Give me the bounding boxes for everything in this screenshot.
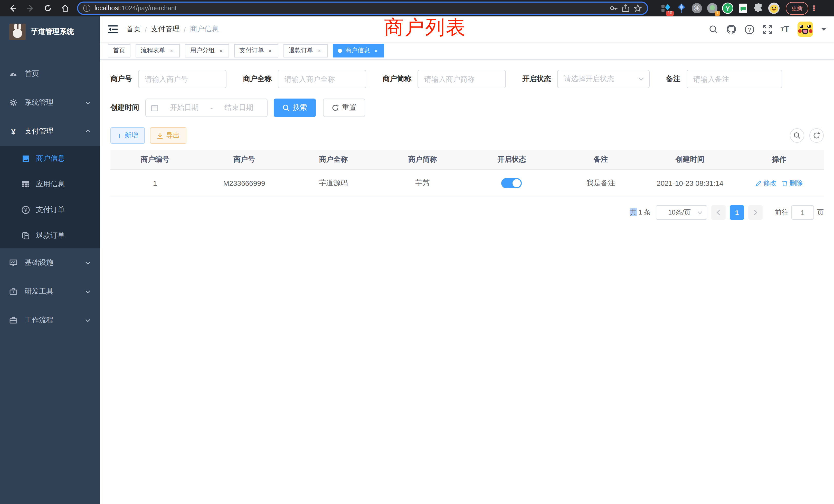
toolbox-icon xyxy=(9,288,18,296)
address-bar[interactable]: i localhost:1024/pay/merchant xyxy=(77,2,648,15)
full-name-input[interactable] xyxy=(278,70,366,88)
sidebar-item-pay[interactable]: ¥ 支付管理 xyxy=(0,117,100,146)
table-row: 1 M233666999 芋道源码 芋艿 我是备注 2021-10-23 08:… xyxy=(110,170,824,197)
tab-refund-order[interactable]: 退款订单× xyxy=(284,44,328,57)
extension-command-icon[interactable]: ⌘ xyxy=(690,2,704,15)
sidebar-item-home[interactable]: 首页 xyxy=(0,60,100,88)
sidebar: 芋道管理系统 首页 系统管理 ¥ 支付管 xyxy=(0,17,100,504)
profile-avatar-icon[interactable] xyxy=(767,2,781,15)
merchant-no-input[interactable] xyxy=(138,70,226,88)
sidebar-item-refund-order[interactable]: 退款订单 xyxy=(0,223,100,248)
share-icon[interactable] xyxy=(622,4,630,12)
browser-update-button[interactable]: 更新 xyxy=(786,2,808,15)
next-page-button[interactable] xyxy=(748,205,763,220)
yen-circle-icon: ¥ xyxy=(22,206,30,214)
extension-kite-icon[interactable] xyxy=(675,2,688,15)
full-name-label: 商户全称 xyxy=(243,74,272,84)
browser-back-icon[interactable] xyxy=(5,2,21,15)
bookmark-star-icon[interactable] xyxy=(634,4,642,12)
download-icon xyxy=(157,132,163,139)
app-logo[interactable]: 芋道管理系统 xyxy=(0,17,100,47)
password-key-icon[interactable] xyxy=(610,4,618,12)
search-button[interactable]: 搜索 xyxy=(274,98,316,117)
tab-process-form[interactable]: 流程表单× xyxy=(136,44,180,57)
toggle-search-button[interactable] xyxy=(790,128,804,143)
browser-forward-icon[interactable] xyxy=(23,2,38,15)
cell-merchant-no: M233666999 xyxy=(199,170,289,197)
sidebar-item-app-info[interactable]: 应用信息 xyxy=(0,171,100,197)
user-avatar[interactable] xyxy=(797,22,813,37)
tab-pay-order[interactable]: 支付订单× xyxy=(234,44,278,57)
reset-button[interactable]: 重置 xyxy=(323,98,365,117)
sidebar-item-system[interactable]: 系统管理 xyxy=(0,88,100,117)
goto-page-input[interactable] xyxy=(791,205,814,220)
delete-link[interactable]: 删除 xyxy=(782,179,803,188)
breadcrumb-pay[interactable]: 支付管理 xyxy=(151,25,180,34)
shop-icon xyxy=(22,155,30,163)
status-select[interactable]: 请选择开启状态 xyxy=(557,70,650,88)
documents-icon xyxy=(22,231,30,240)
help-icon[interactable]: ? xyxy=(745,24,754,34)
font-size-icon[interactable]: TT xyxy=(781,24,789,35)
github-icon[interactable] xyxy=(726,24,737,35)
chevron-down-icon xyxy=(85,317,91,323)
close-icon[interactable]: × xyxy=(316,47,323,54)
cell-short-name: 芋艿 xyxy=(378,170,467,197)
tab-home[interactable]: 首页 xyxy=(108,44,130,57)
refresh-table-button[interactable] xyxy=(809,128,824,143)
tab-merchant-info[interactable]: 商户信息× xyxy=(333,44,384,57)
browser-home-icon[interactable] xyxy=(58,2,73,15)
extensions-puzzle-icon[interactable] xyxy=(752,2,765,15)
svg-text:⌘: ⌘ xyxy=(694,4,700,12)
logo-avatar xyxy=(9,24,26,40)
avatar-caret-icon[interactable] xyxy=(821,27,826,31)
export-button[interactable]: 导出 xyxy=(150,127,186,144)
sidebar-fold-icon[interactable] xyxy=(108,25,118,34)
sidebar-item-infra[interactable]: 基础设施 xyxy=(0,248,100,277)
sidebar-item-pay-order[interactable]: ¥ 支付订单 xyxy=(0,197,100,223)
search-icon xyxy=(282,104,290,111)
browser-reload-icon[interactable] xyxy=(40,2,56,15)
close-icon[interactable]: × xyxy=(169,47,175,54)
header-search-icon[interactable] xyxy=(709,25,718,34)
create-time-label: 创建时间 xyxy=(110,103,139,112)
trash-icon xyxy=(782,180,788,186)
merchant-no-label: 商户号 xyxy=(110,74,132,84)
breadcrumb-current: 商户信息 xyxy=(190,25,219,34)
status-toggle[interactable] xyxy=(502,178,522,188)
close-icon[interactable]: × xyxy=(267,47,273,54)
page-size-select[interactable]: 10条/页 xyxy=(656,205,707,220)
remark-input[interactable] xyxy=(687,70,782,88)
short-name-input[interactable] xyxy=(418,70,506,88)
cell-remark: 我是备注 xyxy=(556,170,645,197)
sidebar-item-workflow[interactable]: 工作流程 xyxy=(0,306,100,335)
browser-toolbar: i localhost:1024/pay/merchant 10 ⌘ 1 xyxy=(0,0,834,17)
extension-chat-icon[interactable] xyxy=(737,2,750,15)
tab-user-group[interactable]: 用户分组× xyxy=(185,44,229,57)
fullscreen-icon[interactable] xyxy=(763,24,772,34)
breadcrumb-home[interactable]: 首页 xyxy=(126,25,141,34)
dashboard-icon xyxy=(9,70,18,78)
edit-link[interactable]: 修改 xyxy=(755,179,776,188)
annotation-text: 商户列表 xyxy=(384,14,466,41)
sidebar-item-devtools[interactable]: 研发工具 xyxy=(0,277,100,306)
close-icon[interactable]: × xyxy=(373,47,379,54)
extension-y-icon[interactable]: Y xyxy=(721,2,734,15)
plus-icon: + xyxy=(117,132,122,139)
status-label: 开启状态 xyxy=(522,74,551,84)
site-info-icon[interactable]: i xyxy=(83,5,90,12)
date-range-picker[interactable]: 开始日期 - 结束日期 xyxy=(145,98,267,117)
extension-diamond-icon[interactable]: 10 xyxy=(659,2,673,15)
browser-menu-icon[interactable]: ••• xyxy=(810,5,817,11)
prev-page-button[interactable] xyxy=(711,205,726,220)
close-icon[interactable]: × xyxy=(218,47,224,54)
extension-dot-icon[interactable]: 1 xyxy=(706,2,719,15)
edit-pencil-icon xyxy=(755,180,762,186)
pagination: 共 1 条 10条/页 1 前往 页 xyxy=(110,205,824,220)
sidebar-submenu-pay: 商户信息 应用信息 ¥ 支付订单 xyxy=(0,146,100,248)
page-content: 商户号 商户全称 商户简称 开启状态 请选择开启状态 xyxy=(100,60,834,504)
page-1-button[interactable]: 1 xyxy=(730,205,744,220)
add-button[interactable]: + 新增 xyxy=(110,127,145,144)
refresh-icon xyxy=(332,104,339,111)
sidebar-item-merchant-info[interactable]: 商户信息 xyxy=(0,146,100,171)
